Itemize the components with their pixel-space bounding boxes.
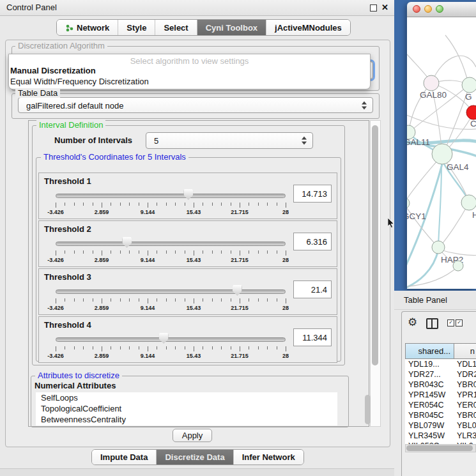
cell-shared-name[interactable]: YBR043C (405, 380, 454, 390)
table-row[interactable]: YER054CYER0 (405, 400, 476, 410)
attribute-item-topologicalcoefficient[interactable]: TopologicalCoefficient (36, 403, 337, 414)
table-row[interactable]: YDL19...YDL1 (405, 359, 476, 369)
table-row[interactable]: YDR27...YDR2 (405, 369, 476, 380)
slider-track[interactable] (56, 242, 286, 246)
attribute-item-betweennesscentrality[interactable]: BetweennessCentrality (36, 414, 337, 425)
zoom-traffic-light-icon[interactable] (436, 5, 443, 13)
tick-mark (120, 203, 121, 206)
cell-shared-name[interactable]: YBL079W (405, 420, 454, 431)
cell-name[interactable]: YBR0 (454, 380, 476, 390)
close-traffic-light-icon[interactable] (413, 5, 420, 13)
cell-shared-name[interactable]: YDL19... (405, 359, 454, 369)
vertical-scrollbar-thumb[interactable] (372, 125, 378, 365)
threshold-value-field[interactable]: 11.344 (293, 328, 332, 346)
table-row[interactable]: YLR345WYLR3 (405, 431, 476, 441)
attributes-scrollbar-thumb[interactable] (365, 395, 371, 424)
tick-mark (111, 346, 111, 349)
tab-network[interactable]: Network (57, 20, 118, 35)
network-node-gal4[interactable] (432, 144, 452, 164)
network-node-c[interactable] (466, 105, 476, 119)
network-node-h[interactable] (461, 195, 476, 210)
network-node-g[interactable] (462, 77, 476, 93)
tick-mark (111, 298, 111, 302)
numerical-attributes-list[interactable]: SelfLoopsTopologicalCoefficientBetweenne… (36, 392, 337, 426)
algorithm-hint-option[interactable]: Select algorithm to view settings (9, 56, 370, 66)
table-data-combobox[interactable]: galFiltered.sif default node (18, 97, 373, 113)
cell-shared-name[interactable]: YLR345W (405, 431, 454, 441)
column-header-shared-name[interactable]: shared... (405, 343, 454, 359)
network-node-gal80[interactable] (424, 75, 439, 91)
split-columns-icon[interactable] (426, 318, 438, 329)
threshold-label: Threshold 1 (44, 176, 91, 186)
tick-mark (175, 298, 176, 302)
algorithm-option-manual-discretization[interactable]: Manual Discretization (10, 66, 96, 75)
tab-jactivemnodules[interactable]: jActiveMNodules (266, 20, 350, 35)
cell-name[interactable]: YDL1 (454, 359, 476, 369)
slider-thumb[interactable] (159, 333, 169, 344)
table-rows: YDL19...YDL1YDR27...YDR2YBR043CYBR0YPR14… (405, 359, 476, 451)
minimize-traffic-light-icon[interactable] (424, 5, 432, 13)
tick-mark (166, 203, 167, 206)
close-icon[interactable]: ✕ (381, 3, 388, 12)
cell-name[interactable]: YLR3 (454, 431, 476, 441)
node-label: GAL80 (420, 90, 447, 100)
threshold-value-field[interactable]: 14.713 (293, 185, 332, 203)
cell-shared-name[interactable]: YDR27... (405, 369, 454, 380)
horizontal-scrollbar[interactable] (405, 444, 476, 452)
checkbox-icon[interactable]: ✓ (447, 319, 454, 326)
gear-icon[interactable]: ⚙ (408, 316, 417, 329)
threshold-value-field[interactable]: 21.4 (293, 280, 332, 298)
slider-track[interactable] (56, 337, 286, 342)
network-canvas[interactable]: GAL80GCGAL11GAL4GCY1HHAP2 (407, 17, 476, 289)
number-of-intervals-combobox[interactable]: 5 (146, 132, 313, 149)
cell-name[interactable]: YDR2 (454, 369, 476, 380)
vertical-scrollbar[interactable] (370, 120, 381, 427)
tab-label: Network (77, 23, 109, 33)
tab-select[interactable]: Select (155, 20, 197, 35)
table-data-label: Table Data (15, 88, 60, 98)
network-node-hap2[interactable] (432, 241, 445, 254)
tick-mark (231, 203, 231, 206)
table-row[interactable]: YPR145WYPR1 (405, 390, 476, 400)
table-row[interactable]: YBR043CYBR0 (405, 380, 476, 390)
tab-infer-network[interactable]: Infer Network (234, 450, 303, 464)
table-row[interactable]: YBR045CYBR0 (405, 410, 476, 420)
horizontal-scrollbar-thumb[interactable] (406, 445, 473, 451)
apply-button[interactable]: Apply (173, 429, 212, 442)
tab-style[interactable]: Style (118, 20, 155, 35)
slider-thumb[interactable] (122, 237, 132, 248)
column-header-name[interactable]: n (454, 343, 476, 359)
network-node[interactable] (453, 261, 463, 271)
cell-shared-name[interactable]: YER054C (405, 400, 454, 410)
cell-name[interactable]: YER0 (454, 400, 476, 410)
checkbox-icon[interactable]: ✓ (456, 319, 463, 326)
tick-mark (258, 250, 259, 254)
table-row[interactable]: YBL079WYBL0 (405, 420, 476, 431)
threshold-value-field[interactable]: 6.316 (293, 233, 332, 250)
algorithm-option-equal-width-frequency-discretization[interactable]: Equal Width/Frequency Discretization (10, 77, 149, 86)
network-edge[interactable] (441, 204, 468, 245)
tab-cyni-toolbox[interactable]: Cyni Toolbox (197, 20, 266, 35)
cell-shared-name[interactable]: YPR145W (405, 390, 454, 400)
network-edge[interactable] (407, 113, 476, 129)
tab-impute-data[interactable]: Impute Data (92, 450, 157, 464)
cell-shared-name[interactable]: YBR045C (405, 410, 454, 420)
slider-track[interactable] (56, 289, 286, 294)
cell-name[interactable]: YPR1 (454, 390, 476, 400)
tick-mark (249, 203, 249, 206)
slider-thumb[interactable] (233, 285, 242, 296)
tick-mark (120, 250, 121, 254)
attribute-item-selfloops[interactable]: SelfLoops (36, 392, 337, 403)
tab-discretize-data[interactable]: Discretize Data (157, 450, 233, 464)
network-view-window[interactable]: GAL80GCGAL11GAL4GCY1HHAP2 (407, 2, 476, 289)
cell-name[interactable]: YBL0 (454, 420, 476, 431)
slider-thumb[interactable] (183, 189, 193, 200)
slider-track[interactable] (56, 194, 286, 198)
tick-mark (83, 250, 84, 254)
tick-mark (185, 250, 185, 254)
cell-name[interactable]: YBR0 (454, 410, 476, 420)
network-edge-highlighted[interactable] (407, 250, 438, 289)
checkbox-icons[interactable]: ✓ ✓ (447, 319, 463, 326)
float-window-icon[interactable] (370, 4, 377, 12)
network-node-gcy1[interactable] (407, 197, 410, 209)
